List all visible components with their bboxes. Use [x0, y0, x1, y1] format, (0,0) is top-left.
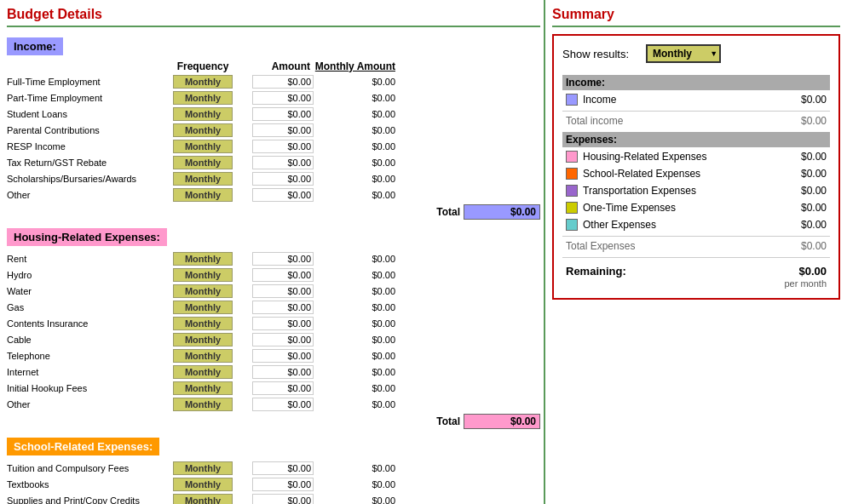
- show-results-select-wrapper[interactable]: Monthly Weekly Bi-Weekly Annual: [646, 44, 721, 63]
- income-total-value: $0.00: [464, 204, 540, 220]
- summary-income-value: $0.00: [801, 94, 827, 106]
- amount-input[interactable]: [252, 156, 314, 169]
- amount-input[interactable]: [252, 333, 314, 346]
- amount-input[interactable]: [252, 123, 314, 137]
- right-title: Summary: [552, 7, 840, 27]
- amount-input[interactable]: [252, 317, 314, 330]
- table-row: Telephone Monthly $0.00: [7, 348, 540, 364]
- amount-input[interactable]: [252, 478, 314, 491]
- amount-input[interactable]: [252, 349, 314, 363]
- summary-total-income-value: $0.00: [801, 115, 827, 127]
- freq-button[interactable]: Monthly: [173, 333, 233, 346]
- onetime-swatch: [566, 202, 578, 214]
- freq-button[interactable]: Monthly: [173, 381, 233, 395]
- divider: [562, 236, 830, 237]
- summary-transport-row: Transportation Expenses $0.00: [562, 185, 830, 197]
- col-monthly-header: Monthly Amount: [314, 60, 399, 72]
- table-row: RESP Income Monthly $0.00: [7, 139, 540, 154]
- summary-onetime-row: One-Time Expenses $0.00: [562, 202, 830, 214]
- school-section: School-Related Expenses: Tuition and Com…: [7, 434, 540, 504]
- amount-input[interactable]: [252, 75, 314, 89]
- income-section: Income: Frequency Amount Monthly Amount …: [7, 34, 540, 220]
- summary-transport-label: Transportation Expenses: [583, 185, 801, 197]
- freq-button[interactable]: Monthly: [173, 365, 233, 379]
- summary-school-value: $0.00: [801, 168, 827, 180]
- divider: [562, 257, 830, 258]
- summary-income-header: Income:: [562, 75, 830, 90]
- right-panel: Summary Show results: Monthly Weekly Bi-…: [545, 0, 847, 504]
- freq-button[interactable]: Monthly: [173, 252, 233, 266]
- table-row: Part-Time Employment Monthly $0.00: [7, 90, 540, 106]
- table-row: Scholarships/Bursaries/Awards Monthly $0…: [7, 171, 540, 186]
- summary-total-expenses-value: $0.00: [801, 240, 827, 252]
- freq-button[interactable]: Monthly: [173, 461, 233, 475]
- freq-button[interactable]: Monthly: [173, 494, 233, 504]
- summary-total-income-row: Total income $0.00: [562, 115, 830, 127]
- freq-button[interactable]: Monthly: [173, 123, 233, 137]
- freq-button[interactable]: Monthly: [173, 156, 233, 169]
- table-row: Rent Monthly $0.00: [7, 251, 540, 266]
- income-swatch: [566, 94, 578, 106]
- freq-button[interactable]: Monthly: [173, 478, 233, 491]
- amount-input[interactable]: [252, 268, 314, 282]
- summary-onetime-value: $0.00: [801, 202, 827, 214]
- table-row: Initial Hookup Fees Monthly $0.00: [7, 381, 540, 396]
- amount-input[interactable]: [252, 365, 314, 379]
- freq-button[interactable]: Monthly: [173, 268, 233, 282]
- table-row: Cable Monthly $0.00: [7, 332, 540, 347]
- amount-input[interactable]: [252, 172, 314, 186]
- amount-input[interactable]: [252, 188, 314, 202]
- summary-other-row: Other Expenses $0.00: [562, 219, 830, 231]
- freq-button[interactable]: Monthly: [173, 140, 233, 153]
- table-row: Other Monthly $0.00: [7, 187, 540, 203]
- summary-income-row: Income $0.00: [562, 94, 830, 106]
- amount-input[interactable]: [252, 107, 314, 121]
- amount-input[interactable]: [252, 398, 314, 411]
- amount-input[interactable]: [252, 284, 314, 298]
- show-results-select[interactable]: Monthly Weekly Bi-Weekly Annual: [646, 44, 721, 63]
- housing-total-value: $0.00: [464, 414, 540, 429]
- remaining-row: Remaining: $0.00 per month: [562, 261, 830, 289]
- amount-input[interactable]: [252, 381, 314, 395]
- summary-total-income-label: Total income: [566, 115, 801, 127]
- table-row: Full-Time Employment Monthly $0.00: [7, 74, 540, 89]
- freq-button[interactable]: Monthly: [173, 398, 233, 411]
- table-row: Internet Monthly $0.00: [7, 364, 540, 380]
- summary-total-expenses-label: Total Expenses: [566, 240, 801, 252]
- amount-input[interactable]: [252, 252, 314, 266]
- freq-button[interactable]: Monthly: [173, 107, 233, 121]
- freq-button[interactable]: Monthly: [173, 188, 233, 202]
- income-total-label: Total: [436, 206, 460, 218]
- divider: [562, 111, 830, 112]
- table-row: Contents Insurance Monthly $0.00: [7, 316, 540, 331]
- amount-input[interactable]: [252, 140, 314, 153]
- freq-button[interactable]: Monthly: [173, 172, 233, 186]
- table-row: Hydro Monthly $0.00: [7, 267, 540, 283]
- summary-housing-row: Housing-Related Expenses $0.00: [562, 151, 830, 163]
- freq-button[interactable]: Monthly: [173, 75, 233, 89]
- amount-input[interactable]: [252, 301, 314, 314]
- freq-button[interactable]: Monthly: [173, 317, 233, 330]
- summary-income-label: Income: [583, 94, 801, 106]
- table-row: Tuition and Compulsory Fees Monthly $0.0…: [7, 461, 540, 476]
- housing-total-label: Total: [436, 415, 460, 427]
- summary-other-label: Other Expenses: [583, 219, 801, 231]
- freq-button[interactable]: Monthly: [173, 301, 233, 314]
- freq-button[interactable]: Monthly: [173, 349, 233, 363]
- show-results-label: Show results:: [562, 48, 629, 60]
- left-panel: Budget Details Income: Frequency Amount …: [0, 0, 545, 504]
- summary-school-label: School-Related Expenses: [583, 168, 801, 180]
- freq-button[interactable]: Monthly: [173, 284, 233, 298]
- col-freq-header: Frequency: [160, 60, 245, 72]
- table-row: Student Loans Monthly $0.00: [7, 106, 540, 122]
- table-row: Tax Return/GST Rebate Monthly $0.00: [7, 155, 540, 170]
- amount-input[interactable]: [252, 494, 314, 504]
- freq-button[interactable]: Monthly: [173, 91, 233, 105]
- housing-total-row: Total $0.00: [7, 414, 540, 429]
- housing-section-header: Housing-Related Expenses:: [7, 228, 167, 246]
- amount-input[interactable]: [252, 461, 314, 475]
- summary-housing-value: $0.00: [801, 151, 827, 163]
- amount-input[interactable]: [252, 91, 314, 105]
- col-amount-header: Amount: [245, 60, 314, 72]
- other-swatch: [566, 219, 578, 231]
